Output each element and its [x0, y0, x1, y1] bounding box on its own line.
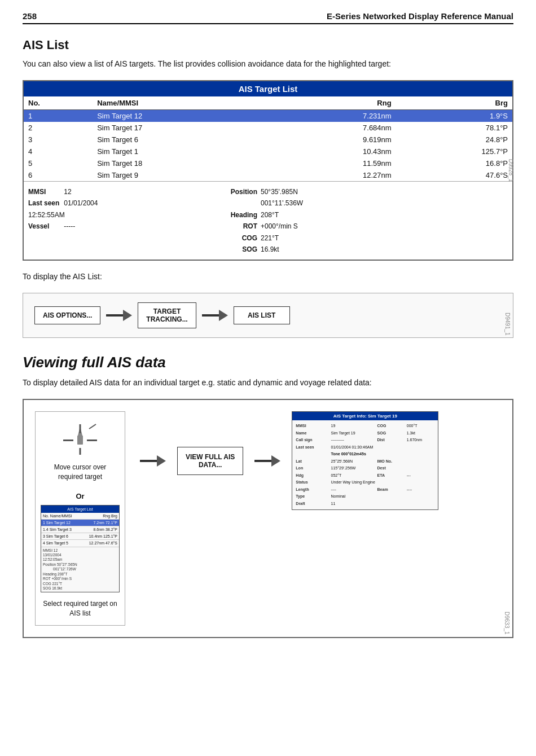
col-name: Name/MMSI: [93, 96, 271, 110]
heading-row: Heading 208°T: [223, 209, 508, 221]
full-nav-arrow-1: [140, 455, 166, 467]
col-no: No.: [24, 96, 93, 110]
full-arrow-body-1: [140, 460, 157, 462]
ais-table: No. Name/MMSI Rng Brg 1 Sim Target 12 7.…: [24, 96, 512, 181]
mini-row-3: 3 Sim Target 610.4nm 125.1°P: [41, 533, 119, 540]
cell-rng: 11.59nm: [271, 157, 396, 169]
cell-brg: 16.8°P: [396, 157, 512, 169]
svg-rect-4: [80, 424, 81, 433]
select-label: Select required target on AIS list: [41, 599, 119, 618]
cell-brg: 24.8°P: [396, 134, 512, 146]
ais-target-info-panel: AIS Target Info: Sim Target 19 MMSI 19 C…: [292, 411, 438, 510]
section-full-ais: Viewing full AIS data To display detaile…: [23, 354, 513, 638]
cog-label: COG: [223, 232, 257, 244]
mini-row-1: 1 Sim Target 127.2nm 72.1°P: [41, 520, 119, 526]
cursor-label: Move cursor over required target: [41, 463, 119, 482]
ais-detail-section: MMSI 12 Last seen 01/01/200412:52:55AM V…: [24, 181, 512, 260]
sog-row: SOG 16.9kt: [223, 244, 508, 255]
heading-label: Heading: [223, 209, 257, 221]
last-seen-row: Last seen 01/01/200412:52:55AM: [28, 197, 218, 221]
rot-row: ROT +000°/min S: [223, 221, 508, 232]
full-ais-nav: VIEW FULL AISDATA... AIS Target Info: Si…: [134, 411, 501, 510]
svg-rect-2: [63, 439, 73, 441]
or-label: Or: [76, 492, 84, 500]
cell-name: Sim Target 1: [93, 146, 271, 157]
nav-arrow-1: [106, 310, 132, 321]
ais-info-title: AIS Target Info: Sim Target 19: [292, 412, 438, 420]
full-nav-arrow-2: [254, 455, 280, 467]
vessel-label: Vessel: [28, 221, 62, 232]
full-ais-box: Move cursor over required target Or AIS …: [23, 399, 513, 638]
table-row: 1 Sim Target 12 7.231nm 1.9°S: [24, 110, 512, 122]
sog-value: 16.9kt: [261, 244, 508, 255]
section-ais-list: AIS List You can also view a list of AIS…: [23, 38, 513, 338]
cell-brg: 1.9°S: [396, 110, 512, 122]
cell-rng: 7.684nm: [271, 122, 396, 134]
rot-value: +000°/min S: [261, 221, 508, 232]
cell-no: 3: [24, 134, 93, 146]
nav-box-target-tracking: TARGETTRACKING...: [138, 302, 196, 328]
page-header: 258 E-Series Networked Display Reference…: [23, 11, 513, 24]
svg-line-6: [89, 424, 96, 429]
svg-rect-0: [77, 436, 83, 445]
arrow-head-1: [123, 310, 132, 321]
ais-info-content: MMSI 19 COG 000°T Name Sim Target 19 SOG…: [292, 420, 438, 509]
full-nav-box: VIEW FULL AISDATA...: [177, 447, 243, 475]
cursor-svg: [58, 419, 103, 458]
arrow-head-2: [219, 310, 228, 321]
cell-no: 1: [24, 110, 93, 122]
cell-rng: 12.27nm: [271, 169, 396, 181]
manual-title: E-Series Networked Display Reference Man…: [327, 11, 513, 21]
rot-label: ROT: [223, 221, 257, 232]
page-number: 258: [23, 11, 37, 21]
cell-brg: 125.7°P: [396, 146, 512, 157]
ais-detail-left: MMSI 12 Last seen 01/01/200412:52:55AM V…: [28, 186, 218, 255]
cell-name: Sim Target 9: [93, 169, 271, 181]
ais-target-list-title: AIS Target List: [24, 81, 512, 96]
sog-label: SOG: [223, 244, 257, 255]
section-body-full-ais: To display detailed AIS data for an indi…: [23, 377, 513, 389]
full-arrow-head-2: [271, 455, 280, 467]
mmsi-value: 12: [64, 188, 71, 196]
ais-target-list-box: AIS Target List No. Name/MMSI Rng Brg 1 …: [23, 80, 513, 261]
cell-no: 2: [24, 122, 93, 134]
full-arrow-head-1: [157, 455, 166, 467]
cell-name: Sim Target 6: [93, 134, 271, 146]
cell-name: Sim Target 17: [93, 122, 271, 134]
cell-no: 5: [24, 157, 93, 169]
position-label: Position: [223, 186, 257, 197]
table-row: 5 Sim Target 18 11.59nm 16.8°P: [24, 157, 512, 169]
full-arrow-body-2: [254, 460, 271, 462]
cog-value: 221°T: [261, 232, 508, 244]
full-ais-inner: Move cursor over required target Or AIS …: [35, 411, 501, 626]
mini-row-4: 4 Sim Target 512.27nm 47.6°S: [41, 540, 119, 547]
mini-detail: MMSI 12 13/01/2004 12:52:05am Position 5…: [41, 547, 119, 592]
svg-rect-5: [80, 448, 81, 455]
cursor-panel: Move cursor over required target Or AIS …: [35, 411, 125, 626]
display-ais-list-intro: To display the AIS List:: [23, 271, 513, 283]
table-row: 6 Sim Target 9 12.27nm 47.6°S: [24, 169, 512, 181]
position-value: 50°35'.985N001°11'.536W: [261, 186, 508, 209]
table-row: 3 Sim Target 6 9.619nm 24.8°P: [24, 134, 512, 146]
cell-brg: 78.1°P: [396, 122, 512, 134]
cell-rng: 7.231nm: [271, 110, 396, 122]
cell-name: Sim Target 12: [93, 110, 271, 122]
vessel-value: -----: [64, 222, 75, 230]
cell-rng: 10.43nm: [271, 146, 396, 157]
arrow-body-1: [106, 314, 123, 317]
mini-ais-title: AIS Target List: [41, 506, 119, 513]
last-seen-label: Last seen: [28, 197, 62, 209]
ais-table-header-row: No. Name/MMSI Rng Brg: [24, 96, 512, 110]
cell-no: 6: [24, 169, 93, 181]
nav-box-ais-list: AIS LIST: [234, 306, 290, 324]
nav-box-ais-options: AIS OPTIONS...: [34, 306, 100, 324]
arrow-body-2: [202, 314, 219, 317]
mini-header-row: No. Name/MMSIRng Brg: [41, 513, 119, 520]
ais-detail-right: Position 50°35'.985N001°11'.536W Heading…: [223, 186, 508, 255]
cell-rng: 9.619nm: [271, 134, 396, 146]
nav-flow-ais-list: AIS OPTIONS... TARGETTRACKING... AIS LIS…: [23, 293, 513, 338]
full-ais-diagram-id: D9633_1: [504, 612, 510, 635]
section-heading-full-ais: Viewing full AIS data: [23, 354, 513, 371]
cog-row: COG 221°T: [223, 232, 508, 244]
heading-value: 208°T: [261, 209, 508, 221]
